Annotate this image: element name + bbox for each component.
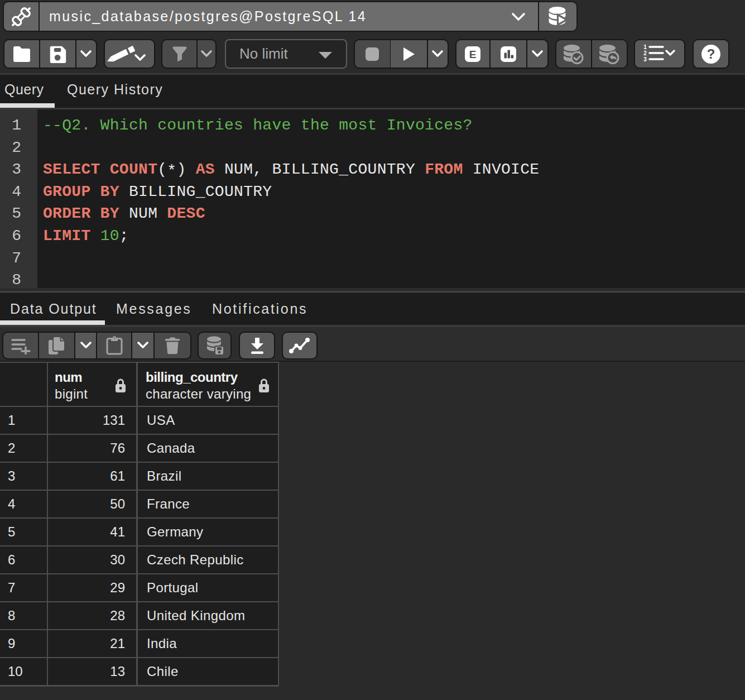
svg-text:1: 1 — [643, 44, 647, 50]
svg-text:?: ? — [707, 46, 715, 61]
svg-text:2: 2 — [643, 50, 647, 56]
svg-text:3: 3 — [643, 56, 647, 63]
svg-text:E: E — [469, 48, 477, 60]
